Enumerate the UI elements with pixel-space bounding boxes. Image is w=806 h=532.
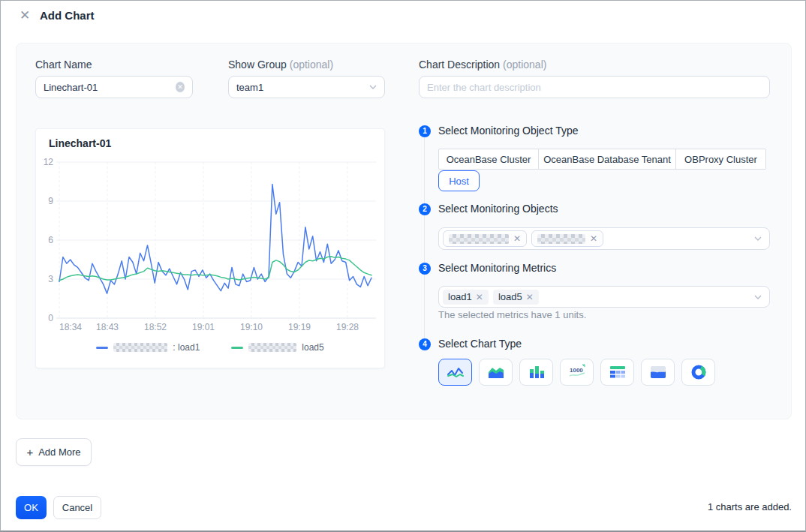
chart-type-group: 1000 [438,359,715,386]
remove-tag-icon[interactable]: ✕ [526,293,534,302]
svg-text:9: 9 [48,196,53,206]
chart-type-area[interactable] [479,359,513,386]
step-connector [424,131,425,344]
line-chart: 03691218:3418:4318:5219:0119:1019:1919:2… [41,155,376,335]
svg-text:19:28: 19:28 [336,322,359,332]
chart-name-label: Chart Name [35,59,92,71]
step-3-badge: 3 [419,263,431,275]
dialog-title: Add Chart [40,9,95,22]
charts-added-status: 1 charts are added. [708,501,792,512]
close-icon[interactable]: ✕ [18,9,32,23]
legend-marker [231,347,243,349]
chart-type-donut[interactable] [681,359,715,386]
chevron-down-icon [754,235,762,242]
cancel-button[interactable]: Cancel [53,496,101,519]
metric-tag-load5: load5 ✕ [493,290,539,305]
monitoring-object-tag-1: ✕ [443,230,527,247]
chevron-down-icon [754,293,762,301]
svg-text:18:52: 18:52 [144,322,167,332]
legend-marker [96,347,108,349]
area-chart-icon [486,365,506,380]
svg-text:12: 12 [44,157,54,167]
legend-item-load1[interactable]: : load1 [96,342,200,353]
chart-name-input[interactable] [44,82,176,93]
number-card-icon: 1000 [567,364,588,380]
add-chart-dialog: ✕ Add Chart Chart Name Show Group (optio… [0,0,806,532]
chart-preview-title: Linechart-01 [49,137,111,149]
svg-text:0: 0 [48,313,53,323]
chart-type-water-level[interactable] [641,359,675,386]
monitoring-metrics-select[interactable]: load1 ✕ load5 ✕ [438,286,770,308]
svg-text:19:19: 19:19 [288,322,311,332]
chart-description-input[interactable] [427,82,762,93]
show-group-label: Show Group (optional) [228,59,333,71]
legend-label: : load1 [173,342,200,353]
chart-type-line-selected[interactable] [438,359,472,386]
plus-icon: + [26,446,33,458]
svg-text:3: 3 [48,274,53,284]
clear-icon[interactable]: ✕ [176,82,185,92]
donut-chart-icon [690,364,707,380]
add-more-button[interactable]: + Add More [16,438,92,466]
ok-button[interactable]: OK [16,496,47,519]
chart-type-table[interactable] [600,359,634,386]
svg-text:6: 6 [48,235,53,245]
line-chart-icon [446,365,465,380]
metric-tag-load1: load1 ✕ [443,290,489,305]
chevron-down-icon [369,83,377,91]
svg-text:18:43: 18:43 [96,322,119,332]
table-icon [608,365,627,380]
chart-legend: : load1 load5 [35,342,385,353]
step-2-badge: 2 [419,203,431,215]
svg-text:19:01: 19:01 [192,322,215,332]
chart-type-bar[interactable] [519,359,553,386]
object-type-oceanbase-database-tenant[interactable]: OceanBase Database Tenant [539,149,676,170]
legend-item-load5[interactable]: load5 [231,342,323,353]
show-group-value: team1 [236,82,369,93]
bar-chart-icon [527,365,546,380]
redacted-object-name [449,234,509,244]
step-3-title: Select Monitoring Metrics [438,262,556,274]
step-1-badge: 1 [419,125,431,137]
svg-text:1000: 1000 [570,367,583,374]
remove-tag-icon[interactable]: ✕ [476,293,483,302]
remove-tag-icon[interactable]: ✕ [513,234,521,243]
monitoring-objects-select[interactable]: ✕ ✕ [438,227,770,250]
legend-label: load5 [302,342,323,353]
chart-description-label: Chart Description (optional) [419,59,546,71]
water-level-icon [648,365,668,380]
step-4-title: Select Chart Type [438,338,522,350]
step-2-title: Select Monitoring Objects [438,203,558,215]
chart-name-field: ✕ [35,76,193,98]
object-type-obproxy-cluster[interactable]: OBProxy Cluster [676,149,766,170]
show-group-select[interactable]: team1 [228,76,385,98]
redacted-object-name [537,234,585,244]
svg-text:19:10: 19:10 [240,322,263,332]
svg-text:18:34: 18:34 [59,322,82,332]
redacted-hostname [248,343,296,352]
object-type-group: OceanBase Cluster OceanBase Database Ten… [438,149,766,170]
step-1-title: Select Monitoring Object Type [438,125,579,137]
object-type-host-selected[interactable]: Host [438,170,480,191]
object-type-oceanbase-cluster[interactable]: OceanBase Cluster [438,149,539,170]
chart-description-field [419,76,770,98]
chart-type-number-card[interactable]: 1000 [560,359,594,386]
metrics-unit-hint: The selected metrics have 1 units. [438,309,586,320]
redacted-hostname [113,343,167,352]
step-4-badge: 4 [419,338,431,350]
monitoring-object-tag-2: ✕ [531,230,603,247]
remove-tag-icon[interactable]: ✕ [590,234,597,243]
